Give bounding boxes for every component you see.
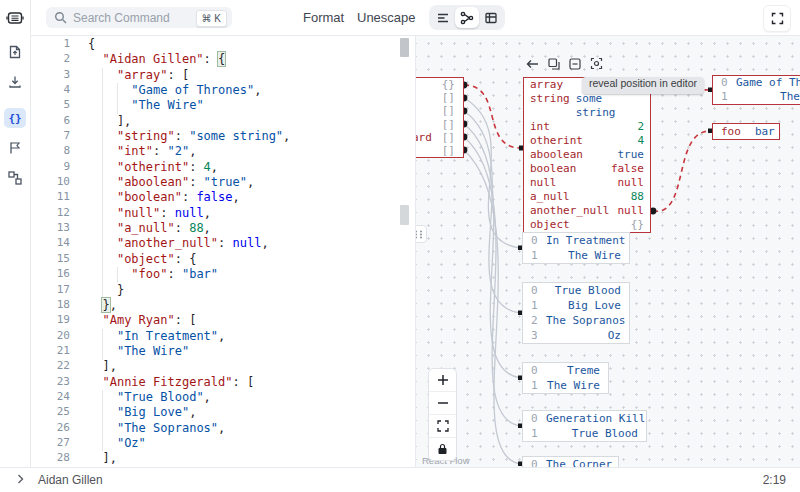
detail-node-row[interactable]: object{} (524, 218, 650, 232)
editor-line[interactable]: 8 "int": "2", (30, 144, 415, 159)
editor-line[interactable]: 1{ (30, 37, 415, 52)
root-node[interactable]: Aidan Gillen{}Amy Ryan[]Annie Fitzgerald… (415, 77, 464, 158)
array-node-amy[interactable]: 0In Treatment1The Wire (522, 232, 630, 264)
object-detail-node[interactable]: array[]stringsome stringint2otherint4abo… (523, 77, 651, 233)
detail-node-row[interactable]: booleanfalse (524, 162, 650, 176)
zoom-out-button[interactable] (429, 392, 456, 415)
editor-line[interactable]: 19 "Amy Ryan": [ (30, 313, 415, 328)
editor-line[interactable]: 25 "Big Love", (30, 405, 415, 420)
lock-button[interactable] (429, 438, 456, 460)
array-node-alexander[interactable]: 0Generation Kill1True Blood (522, 410, 647, 442)
editor-line[interactable]: 12 "null": null, (30, 206, 415, 221)
editor-line[interactable]: 13 "a_null": 88, (30, 221, 415, 236)
editor-line[interactable]: 23 "Annie Fitzgerald": [ (30, 375, 415, 390)
detail-node-row[interactable]: int2 (524, 120, 650, 134)
array-node-got[interactable]: 0Game of Thrones1The Wire (712, 75, 800, 105)
json-editor[interactable]: 1{2 "Aidan Gillen": {3 "array": [4 "Game… (30, 35, 415, 468)
editor-line[interactable]: 22 ], (30, 359, 415, 374)
tab-text-view[interactable] (431, 7, 455, 28)
array-node-row[interactable]: 1The Wire (523, 378, 608, 393)
editor-line[interactable]: 18 }, (30, 298, 415, 313)
array-node-row[interactable]: 0Generation Kill (523, 411, 646, 426)
detail-node-row[interactable]: another_nullnull (524, 204, 650, 218)
graph-canvas[interactable]: Aidan Gillen{}Amy Ryan[]Annie Fitzgerald… (415, 35, 800, 468)
panel-drag-handle[interactable] (415, 225, 427, 243)
array-node-row[interactable]: 2The Sopranos (523, 313, 629, 328)
array-node-row[interactable]: 0True Blood (523, 283, 629, 298)
cursor-position: 2:19 (763, 473, 786, 487)
editor-line[interactable]: 7 "string": "some string", (30, 129, 415, 144)
array-node-row[interactable]: 1Big Love (523, 298, 629, 313)
editor-line[interactable]: 6 ], (30, 114, 415, 129)
editor-line[interactable]: 17 } (30, 283, 415, 298)
tab-table-view[interactable] (479, 7, 503, 28)
format-button[interactable]: Format (297, 9, 350, 26)
root-node-row[interactable]: Amy Ryan[] (415, 91, 463, 104)
editor-scrollbar-mark (400, 205, 409, 225)
array-node-row[interactable]: 1The Wire (713, 90, 800, 104)
detail-node-row[interactable]: stringsome string (524, 92, 650, 120)
editor-line[interactable]: 27 "Oz" (30, 436, 415, 451)
object-node-foo[interactable]: foo bar (712, 123, 780, 140)
braces-glyph: {} (4, 108, 26, 128)
unescape-button[interactable]: Unescape (351, 9, 422, 26)
fullscreen-button[interactable] (763, 5, 791, 32)
duplicate-icon[interactable] (548, 58, 560, 70)
editor-line[interactable]: 20 "In Treatment", (30, 329, 415, 344)
root-node-row[interactable]: Clarke Peters[] (415, 144, 463, 157)
table-view-icon (484, 11, 498, 25)
json-braces-icon[interactable]: {} (0, 108, 30, 128)
editor-line[interactable]: 16 "foo": "bar" (30, 267, 415, 282)
chevron-right-icon[interactable] (16, 473, 25, 485)
root-node-row[interactable]: Anwan Glover[] (415, 118, 463, 131)
status-bar: Aidan Gillen 2:19 (0, 467, 800, 492)
array-node-row[interactable]: 0Treme (523, 363, 608, 378)
editor-line[interactable]: 10 "aboolean": "true", (30, 175, 415, 190)
editor-line[interactable]: 14 "another_null": null, (30, 236, 415, 251)
root-node-row[interactable]: Alexander Skarsgard[] (415, 131, 463, 144)
search-input[interactable]: Search Command ⌘ K (46, 7, 232, 28)
view-switcher (429, 5, 505, 30)
editor-scrollbar-thumb[interactable] (400, 38, 409, 57)
transform-icon[interactable] (0, 140, 30, 156)
detail-node-row[interactable]: abooleantrue (524, 148, 650, 162)
editor-line[interactable]: 26 "The Sopranos", (30, 421, 415, 436)
root-node-row[interactable]: Aidan Gillen{} (415, 78, 463, 91)
editor-line[interactable]: 4 "Game of Thrones", (30, 83, 415, 98)
root-node-row[interactable]: Annie Fitzgerald[] (415, 104, 463, 117)
node-key: foo (721, 124, 741, 139)
download-icon[interactable] (0, 74, 30, 90)
focus-node-icon[interactable] (590, 57, 603, 70)
array-node-row[interactable]: 0Game of Thrones (713, 76, 800, 90)
file-upload-icon[interactable] (0, 44, 30, 60)
collapse-node-icon[interactable] (569, 58, 581, 70)
detail-node-row[interactable]: a_null88 (524, 190, 650, 204)
zoom-out-icon (437, 397, 449, 409)
editor-line[interactable]: 24 "True Blood", (30, 390, 415, 405)
array-node-row[interactable]: 1True Blood (523, 426, 646, 441)
zoom-in-button[interactable] (429, 369, 456, 392)
array-node-row[interactable]: 1The Wire (523, 248, 629, 263)
tab-graph-view[interactable] (455, 7, 479, 28)
editor-line[interactable]: 3 "array": [ (30, 68, 415, 83)
nodes-icon[interactable] (0, 170, 30, 186)
fit-view-button[interactable] (429, 415, 456, 438)
app-logo (0, 9, 30, 27)
align-left-icon (436, 11, 450, 25)
array-node-row[interactable]: 0In Treatment (523, 233, 629, 248)
detail-node-row[interactable]: nullnull (524, 176, 650, 190)
editor-line[interactable]: 2 "Aidan Gillen": { (30, 52, 415, 67)
editor-line[interactable]: 9 "otherint": 4, (30, 160, 415, 175)
detail-node-row[interactable]: otherint4 (524, 134, 650, 148)
back-arrow-icon[interactable] (526, 58, 539, 70)
graph-view-icon (460, 11, 474, 25)
editor-line[interactable]: 15 "object": { (30, 252, 415, 267)
editor-line[interactable]: 11 "boolean": false, (30, 190, 415, 205)
array-node-anwan[interactable]: 0Treme1The Wire (522, 362, 609, 394)
editor-line[interactable]: 21 "The Wire" (30, 344, 415, 359)
breadcrumb[interactable]: Aidan Gillen (38, 473, 103, 487)
editor-line[interactable]: 28 ], (30, 451, 415, 466)
editor-line[interactable]: 5 "The Wire" (30, 98, 415, 113)
array-node-row[interactable]: 3Oz (523, 328, 629, 343)
array-node-annie[interactable]: 0True Blood1Big Love2The Sopranos3Oz (522, 282, 630, 344)
